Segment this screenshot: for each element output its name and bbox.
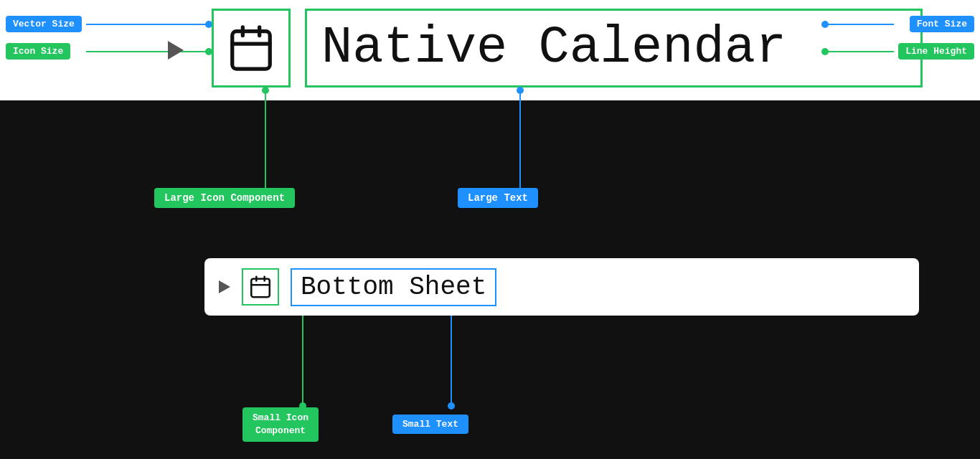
small-icon-vline [302, 316, 303, 409]
bottom-sheet-triangle-icon [219, 280, 230, 293]
icon-size-line [86, 51, 212, 52]
bottom-sheet-calendar-icon [248, 275, 273, 299]
icon-size-label: Icon Size [6, 43, 70, 60]
line-height-line [822, 51, 894, 52]
play-triangle-icon [168, 41, 184, 60]
vector-size-line [86, 24, 212, 25]
line-height-label: Line Height [898, 43, 974, 60]
large-icon-component-label: Large Icon Component [154, 188, 295, 208]
svg-rect-4 [251, 279, 270, 298]
bottom-sheet-text-box: Bottom Sheet [291, 268, 496, 306]
small-text-vline [451, 316, 452, 409]
bottom-sheet-bar: Bottom Sheet [204, 258, 919, 316]
large-text-vline [519, 87, 521, 199]
small-text-label: Small Text [392, 415, 468, 434]
bottom-sheet-text: Bottom Sheet [301, 273, 486, 302]
font-size-label: Font Size [910, 16, 974, 32]
native-calendar-text: Native Calendar [321, 19, 786, 77]
calendar-icon-box [212, 9, 291, 87]
bottom-sheet-icon-box [242, 268, 279, 306]
vector-size-label: Vector Size [6, 16, 82, 32]
svg-rect-0 [232, 32, 270, 69]
large-icon-vline [265, 87, 266, 199]
small-icon-component-label: Small IconComponent [242, 407, 319, 442]
native-calendar-box: Native Calendar [305, 9, 923, 87]
large-text-label: Large Text [458, 188, 538, 208]
calendar-icon [226, 23, 276, 73]
play-button[interactable] [161, 36, 190, 65]
main-container: Vector Size Icon Size Native Calendar Fo… [0, 0, 980, 459]
font-size-line [822, 24, 894, 25]
